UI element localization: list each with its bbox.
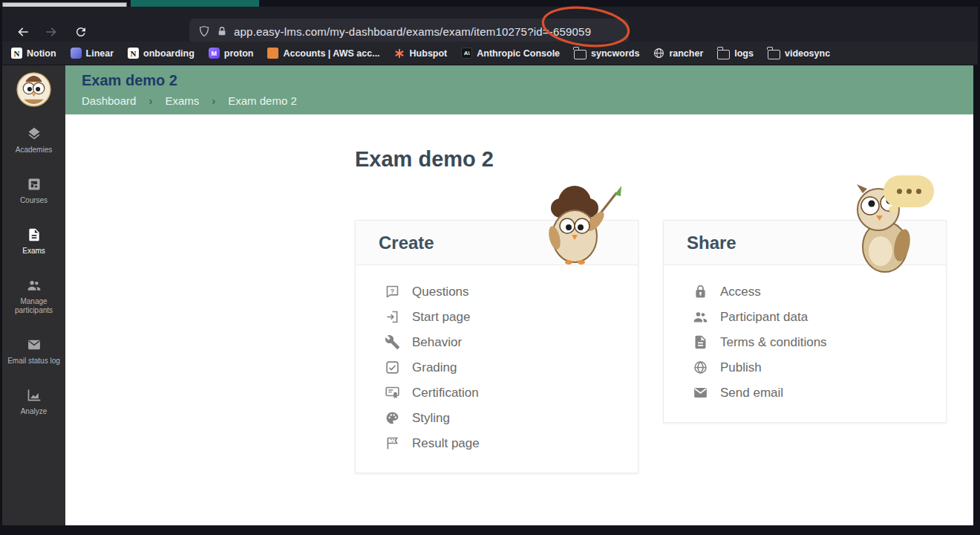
- menu-item-label: Behavior: [412, 335, 462, 350]
- linear-icon: [71, 48, 82, 59]
- lock-icon[interactable]: [217, 26, 227, 36]
- hubspot-sprocket-icon: [394, 48, 405, 59]
- menu-item-certification[interactable]: Certification: [385, 384, 615, 401]
- bookmark-onboarding[interactable]: N onboarding: [128, 48, 195, 59]
- bookmark-aws-accounts[interactable]: Accounts | AWS acc...: [267, 48, 379, 59]
- forward-arrow-icon: [44, 25, 59, 39]
- page-title: Exam demo 2: [355, 147, 494, 172]
- bookmark-anthropic-console[interactable]: A\ Anthropic Console: [461, 48, 560, 59]
- folder-icon: [717, 50, 730, 59]
- exams-document-icon: [27, 227, 42, 242]
- anthropic-icon: A\: [461, 48, 472, 59]
- sidebar-item-exams[interactable]: Exams: [2, 227, 65, 256]
- sidebar-item-label: Analyze: [21, 407, 48, 416]
- sidebar-item-analyze[interactable]: Analyze: [2, 388, 65, 416]
- reload-icon: [74, 25, 88, 39]
- bookmark-rancher[interactable]: rancher: [653, 48, 703, 59]
- result-page-flag-icon: [385, 435, 400, 451]
- bookmark-notion[interactable]: N Notion: [11, 48, 56, 59]
- menu-item-label: Access: [720, 285, 761, 299]
- reload-button[interactable]: [71, 22, 91, 42]
- menu-item-label: Send email: [720, 386, 783, 401]
- menu-item-label: Styling: [412, 411, 450, 426]
- bookmark-label: videosync: [785, 48, 830, 59]
- courses-icon: [27, 177, 42, 192]
- sidebar-item-academies[interactable]: Academies: [2, 126, 65, 155]
- bookmark-folder-videosync[interactable]: videosync: [768, 47, 830, 59]
- easy-lms-owl-logo[interactable]: [16, 72, 51, 107]
- folder-icon: [574, 50, 587, 59]
- behavior-wrench-icon: [385, 334, 400, 350]
- participants-people-icon: [27, 278, 42, 293]
- breadcrumb-exams[interactable]: Exams: [165, 94, 199, 107]
- bookmark-linear[interactable]: Linear: [71, 48, 114, 59]
- bookmark-proton[interactable]: M proton: [209, 48, 254, 59]
- send-email-envelope-icon: [693, 385, 708, 401]
- browser-toolbar: app.easy-lms.com/my-dashboard/exams/exam…: [2, 7, 978, 42]
- sidebar-item-label: Manage participants: [4, 297, 64, 315]
- start-page-icon: [385, 309, 400, 325]
- aws-cube-icon: [267, 48, 278, 59]
- bookmark-label: syncwords: [591, 48, 639, 59]
- shield-icon[interactable]: [198, 25, 210, 37]
- folder-icon: [768, 50, 780, 59]
- ellipsis-dot-icon: [916, 189, 921, 194]
- sidebar-nav: Academies Courses Exams Manage participa…: [2, 126, 65, 416]
- menu-item-label: Start page: [412, 310, 470, 325]
- bookmark-folder-syncwords[interactable]: syncwords: [574, 47, 639, 59]
- menu-item-terms-conditions[interactable]: Terms & conditions: [693, 334, 924, 351]
- bookmark-hubspot[interactable]: Hubspot: [394, 48, 448, 59]
- back-arrow-icon: [16, 25, 30, 39]
- menu-item-send-email[interactable]: Send email: [693, 384, 924, 401]
- back-button[interactable]: [13, 22, 33, 42]
- sidebar-item-label: Courses: [20, 196, 48, 205]
- sidebar-item-label: Email status log: [7, 357, 60, 366]
- breadcrumb: Dashboard › Exams › Exam demo 2: [82, 94, 973, 107]
- menu-item-label: Certification: [412, 386, 479, 401]
- bookmark-label: Accounts | AWS acc...: [283, 48, 379, 59]
- chevron-right-icon: ›: [148, 94, 152, 107]
- bookmark-label: Notion: [27, 48, 56, 59]
- menu-item-access[interactable]: Access: [693, 283, 924, 300]
- bookmark-label: logs: [734, 48, 754, 59]
- globe-icon: [653, 48, 664, 59]
- url-text: app.easy-lms.com/my-dashboard/exams/exam…: [234, 25, 591, 38]
- header-title: Exam demo 2: [82, 72, 973, 89]
- styling-palette-icon: [385, 410, 400, 426]
- bookmark-label: Anthropic Console: [477, 48, 560, 59]
- notion-icon: N: [11, 48, 22, 59]
- notion-icon: N: [128, 48, 139, 59]
- menu-item-grading[interactable]: Grading: [385, 359, 615, 376]
- menu-item-label: Publish: [720, 360, 762, 375]
- sidebar-item-manage-participants[interactable]: Manage participants: [2, 278, 65, 315]
- bookmarks-bar: N Notion Linear N onboarding M proton Ac…: [2, 42, 978, 65]
- menu-item-behavior[interactable]: Behavior: [385, 334, 615, 351]
- forward-button[interactable]: [41, 22, 62, 42]
- menu-item-participant-data[interactable]: Participant data: [693, 308, 924, 325]
- terms-document-icon: [693, 334, 708, 350]
- menu-item-questions[interactable]: ? Questions: [385, 283, 615, 300]
- academies-layers-icon: [27, 126, 42, 141]
- breadcrumb-dashboard[interactable]: Dashboard: [82, 94, 136, 107]
- breadcrumb-current: Exam demo 2: [228, 94, 297, 107]
- analyze-chart-icon: [27, 388, 42, 403]
- chevron-right-icon: ›: [212, 94, 215, 107]
- ellipsis-dot-icon: [906, 189, 912, 194]
- address-bar[interactable]: app.easy-lms.com/my-dashboard/exams/exam…: [189, 19, 629, 44]
- ellipsis-dot-icon: [897, 189, 902, 194]
- menu-item-publish[interactable]: Publish: [693, 359, 924, 376]
- sidebar-item-email-status-log[interactable]: Email status log: [2, 337, 65, 366]
- grading-check-icon: [385, 360, 400, 375]
- certification-icon: [385, 385, 400, 401]
- sidebar-item-courses[interactable]: Courses: [2, 177, 65, 205]
- publish-globe-icon: [693, 360, 708, 375]
- menu-item-start-page[interactable]: Start page: [385, 308, 615, 325]
- bookmark-folder-logs[interactable]: logs: [717, 47, 754, 59]
- menu-item-label: Terms & conditions: [720, 335, 827, 350]
- active-tab-accent: [131, 0, 259, 7]
- menu-item-styling[interactable]: Styling: [385, 409, 615, 427]
- bookmark-label: proton: [224, 48, 254, 59]
- sidebar-item-label: Exams: [22, 247, 45, 256]
- bookmark-label: rancher: [669, 48, 703, 59]
- menu-item-result-page[interactable]: Result page: [385, 435, 615, 452]
